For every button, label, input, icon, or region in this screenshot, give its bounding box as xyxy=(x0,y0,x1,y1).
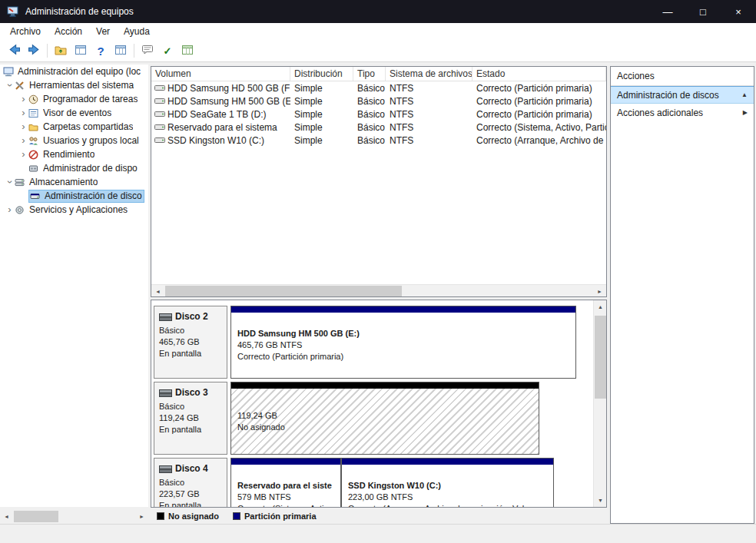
chevron-expanded-icon[interactable]: › xyxy=(5,81,15,91)
checkmark-icon: ✓ xyxy=(164,45,172,57)
scroll-right-icon: ► xyxy=(597,289,602,294)
scroll-thumb[interactable] xyxy=(595,316,606,399)
chevron-collapsed-icon[interactable]: › xyxy=(5,204,15,215)
drive-icon xyxy=(154,84,165,92)
chevron-collapsed-icon[interactable]: › xyxy=(18,121,28,132)
actions-item-disk-management[interactable]: Administración de discos ▲ xyxy=(611,86,754,104)
window-title: Administración de equipos xyxy=(25,6,134,17)
disk3-label[interactable]: Disco 3 Básico 119,24 GB En pantalla xyxy=(154,382,227,455)
menu-ayuda[interactable]: Ayuda xyxy=(117,25,157,38)
partition-legend: No asignado Partición primaria xyxy=(151,509,607,523)
partition-e[interactable]: HDD Samsung HM 500 GB (E:) 465,76 GB NTF… xyxy=(230,306,576,379)
scroll-right-icon: ► xyxy=(139,514,144,519)
computer-management-window: Administración de equipos — □ × Archivo … xyxy=(0,0,756,543)
check-button[interactable]: ✓ xyxy=(158,41,177,60)
partition-unallocated[interactable]: 119,24 GB No asignado xyxy=(230,382,539,455)
column-header-estado[interactable]: Estado xyxy=(472,67,606,81)
actions-header: Acciones xyxy=(611,67,754,86)
list-view-button[interactable] xyxy=(111,41,130,60)
scroll-right-button[interactable]: ► xyxy=(135,510,148,523)
column-header-distribucion[interactable]: Distribución xyxy=(290,67,353,81)
menubar: Archivo Acción Ver Ayuda xyxy=(0,23,756,40)
users-groups-icon xyxy=(28,136,40,146)
tree-item-servicios-aplicaciones[interactable]: › Servicios y Aplicaciones xyxy=(0,203,148,217)
disk4-row: Disco 4 Básico 223,57 GB En pantalla Res… xyxy=(154,458,591,508)
maximize-button[interactable]: □ xyxy=(685,0,721,23)
help-button[interactable]: ? xyxy=(91,41,110,60)
scroll-left-button[interactable]: ◄ xyxy=(151,285,164,297)
chevron-collapsed-icon[interactable]: › xyxy=(18,94,28,104)
column-header-tipo[interactable]: Tipo xyxy=(353,67,386,81)
menu-archivo[interactable]: Archivo xyxy=(3,25,48,38)
disk4-label[interactable]: Disco 4 Básico 223,57 GB En pantalla xyxy=(154,458,227,508)
menu-ver[interactable]: Ver xyxy=(89,25,117,38)
back-icon xyxy=(8,43,21,58)
forward-button[interactable] xyxy=(25,41,43,60)
volume-horizontal-scrollbar[interactable]: ◄ ► xyxy=(151,284,606,296)
services-icon xyxy=(15,205,26,215)
grid-button[interactable] xyxy=(178,41,197,60)
primary-partition-swatch xyxy=(233,512,240,520)
collapse-up-icon[interactable]: ▲ xyxy=(741,91,748,98)
chevron-collapsed-icon[interactable]: › xyxy=(18,108,28,118)
tree-item-administracion-discos[interactable]: › Administración de disco xyxy=(0,189,148,203)
scroll-down-button[interactable]: ▼ xyxy=(594,494,607,507)
up-level-button[interactable] xyxy=(51,41,70,60)
menu-accion[interactable]: Acción xyxy=(48,25,89,38)
tree-item-herramientas-sistema[interactable]: › Herramientas del sistema xyxy=(0,78,148,92)
console-tree-button[interactable] xyxy=(71,41,90,60)
tree-item-visor-eventos[interactable]: › Visor de eventos xyxy=(0,106,148,120)
tree-item-administrador-dispositivos[interactable]: › Administrador de dispo xyxy=(0,161,148,175)
scroll-left-icon: ◄ xyxy=(155,289,161,294)
chevron-collapsed-icon[interactable]: › xyxy=(18,149,28,160)
scroll-down-icon: ▼ xyxy=(598,498,603,503)
legend-unallocated: No asignado xyxy=(157,512,219,521)
column-header-volumen[interactable]: Volumen xyxy=(151,67,290,81)
scroll-up-icon: ▲ xyxy=(598,304,603,310)
actions-item-more-actions[interactable]: Acciones adicionales ▶ xyxy=(611,104,754,121)
graphic-vertical-scrollbar[interactable]: ▲ ▼ xyxy=(593,300,606,507)
volume-row[interactable]: HDD Samsung HD 500 GB (F:) Simple Básico… xyxy=(151,81,606,94)
disk2-label[interactable]: Disco 2 Básico 465,76 GB En pantalla xyxy=(154,306,227,379)
volume-row[interactable]: SSD Kingston W10 (C:) Simple Básico NTFS… xyxy=(151,134,606,147)
scroll-right-button[interactable]: ► xyxy=(593,285,606,297)
column-header-sistema-archivos[interactable]: Sistema de archivos xyxy=(386,67,472,81)
dialog-button[interactable] xyxy=(138,41,157,60)
chevron-collapsed-icon[interactable]: › xyxy=(18,135,28,146)
grid-icon xyxy=(181,44,194,58)
volume-row[interactable]: Reservado para el sistema Simple Básico … xyxy=(151,121,606,134)
tree-item-rendimiento[interactable]: › Rendimiento xyxy=(0,147,148,161)
chevron-expanded-icon[interactable]: › xyxy=(5,177,15,187)
toolbar-separator xyxy=(47,44,48,58)
tree-horizontal-scrollbar[interactable]: ◄ ► xyxy=(0,510,148,523)
partition-color-bar xyxy=(231,382,539,389)
tree-item-carpetas-compartidas[interactable]: › Carpetas compartidas xyxy=(0,120,148,134)
scroll-thumb[interactable] xyxy=(14,511,58,522)
scroll-thumb[interactable] xyxy=(165,286,402,297)
console-tree: Administración del equipo (loc › Herrami… xyxy=(0,65,148,507)
partition-system-reserved[interactable]: Reservado para el siste 579 MB NTFS Corr… xyxy=(230,458,341,508)
disk2-row: Disco 2 Básico 465,76 GB En pantalla HDD… xyxy=(154,306,591,379)
close-button[interactable]: × xyxy=(721,0,756,23)
tree-item-almacenamiento[interactable]: › Almacenamiento xyxy=(0,175,148,189)
unallocated-swatch xyxy=(157,512,164,520)
volume-row[interactable]: HDD Samsung HM 500 GB (E:) Simple Básico… xyxy=(151,94,606,108)
expand-right-icon[interactable]: ▶ xyxy=(743,109,748,116)
volume-table-header: Volumen Distribución Tipo Sistema de arc… xyxy=(151,67,606,81)
console-tree-icon xyxy=(75,44,87,58)
partition-c[interactable]: SSD Kingston W10 (C:) 223,00 GB NTFS Cor… xyxy=(341,458,554,508)
tree-item-usuarios-grupos[interactable]: › Usuarios y grupos local xyxy=(0,134,148,147)
minimize-button[interactable]: — xyxy=(650,0,685,23)
tree-item-programador-tareas[interactable]: › Programador de tareas xyxy=(0,92,148,106)
scroll-left-button[interactable]: ◄ xyxy=(0,510,13,523)
drive-icon xyxy=(154,136,165,144)
back-button[interactable] xyxy=(5,41,23,60)
app-icon[interactable] xyxy=(7,5,19,18)
disk3-row: Disco 3 Básico 119,24 GB En pantalla 119… xyxy=(154,382,591,455)
window-controls: — □ × xyxy=(650,0,756,23)
volume-row[interactable]: HDD SeaGate 1 TB (D:) Simple Básico NTFS… xyxy=(151,108,606,121)
scroll-up-button[interactable]: ▲ xyxy=(594,300,607,313)
tree-item-administracion-equipo[interactable]: Administración del equipo (loc xyxy=(0,65,148,78)
toolbar-separator xyxy=(134,44,134,58)
task-scheduler-icon xyxy=(28,94,40,104)
